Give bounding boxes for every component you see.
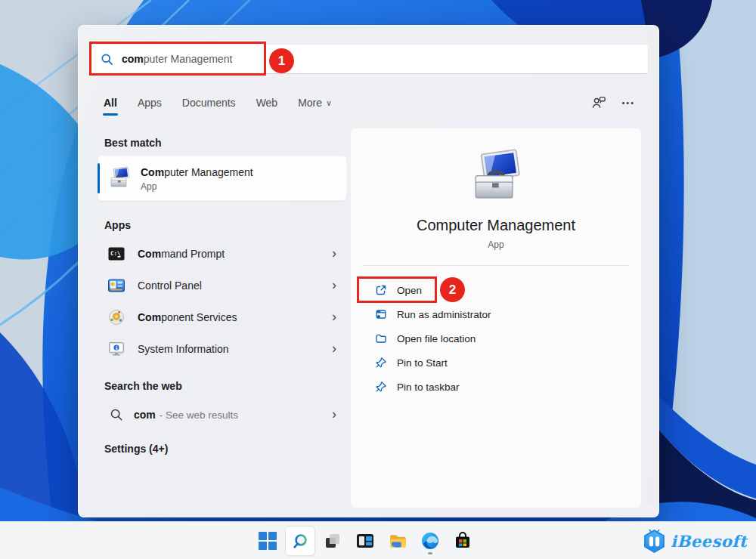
action-run-as-administrator[interactable]: Run as administrator [351,302,641,326]
tab-web[interactable]: Web [256,97,278,109]
command-prompt-icon: C:\ [107,245,125,263]
taskbar-icons [253,522,478,559]
list-item-command-prompt[interactable]: C:\ Command Prompt › [98,238,347,270]
microsoft-store-icon [453,531,472,551]
file-explorer-icon [388,531,408,551]
action-pin-to-start[interactable]: Pin to Start [351,351,641,375]
search-filter-tabs: All Apps Documents Web More∨ ••• [104,89,635,116]
list-item-component-services[interactable]: Component Services › [98,301,347,333]
list-item-web-search[interactable]: com- See web results › [98,399,347,431]
search-panel: computer Management 1 All Apps Documents… [78,25,659,517]
ibeesoft-logo-icon [642,529,667,554]
store-button[interactable] [448,526,478,556]
search-icon [291,532,310,551]
folder-icon [375,332,387,344]
search-web-header: Search the web [104,380,347,392]
annotation-step-2: 2 [440,277,465,302]
best-match-item[interactable]: Computer Management App [98,156,347,201]
best-match-subtitle: App [141,181,253,192]
watermark-text: iBeesoft [671,532,747,551]
chevron-right-icon: › [332,310,336,326]
widgets-button[interactable] [350,526,380,556]
chevron-right-icon: › [332,407,336,423]
taskbar: iBeesoft [0,521,756,559]
tab-more[interactable]: More∨ [298,97,332,109]
annotation-box-1 [89,42,266,76]
annotation-box-2 [357,276,437,303]
watermark: iBeesoft [642,522,747,559]
chevron-down-icon: ∨ [326,98,332,108]
results-column: Best match [98,137,347,462]
chevron-right-icon: › [332,341,336,357]
action-pin-to-taskbar[interactable]: Pin to taskbar [351,375,641,399]
chevron-right-icon: › [332,278,336,294]
edge-button[interactable] [415,526,445,556]
task-view-button[interactable] [318,526,348,556]
divider [363,265,629,266]
list-item-system-information[interactable]: i System Information › [98,333,347,365]
run-admin-icon [375,308,387,320]
svg-text:C:\: C:\ [110,250,121,257]
file-explorer-button[interactable] [383,526,413,556]
action-open-file-location[interactable]: Open file location [351,326,641,351]
apps-header: Apps [104,219,347,231]
annotation-step-1: 1 [269,48,294,73]
desktop: computer Management 1 All Apps Documents… [0,0,756,559]
best-match-header: Best match [104,137,347,149]
control-panel-icon [107,276,125,295]
taskbar-search-button[interactable] [285,526,315,556]
tab-all[interactable]: All [104,97,117,109]
system-information-icon: i [107,340,125,358]
tab-apps[interactable]: Apps [138,97,162,109]
computer-management-icon [466,148,525,207]
feedback-icon[interactable] [591,95,606,110]
chevron-right-icon: › [332,246,336,262]
component-services-icon [107,308,125,326]
settings-header[interactable]: Settings (4+) [104,443,347,455]
more-options-icon[interactable]: ••• [621,98,635,107]
preview-pane: Computer Management App Open [350,128,642,508]
search-icon [110,408,123,422]
tab-documents[interactable]: Documents [182,97,236,109]
start-button[interactable] [253,526,283,556]
windows-start-icon [258,531,277,551]
preview-subtitle: App [351,239,641,250]
best-match-title: puter Management [164,166,253,178]
list-item-control-panel[interactable]: Control Panel › [98,270,347,301]
pin-icon [375,381,387,393]
pin-icon [375,357,387,369]
widgets-icon [355,531,375,551]
preview-title: Computer Management [351,217,641,234]
running-indicator [428,552,432,554]
best-match-title-bold: Com [141,166,164,178]
computer-management-icon [107,166,132,190]
task-view-icon [323,531,342,551]
edge-icon [420,531,440,551]
